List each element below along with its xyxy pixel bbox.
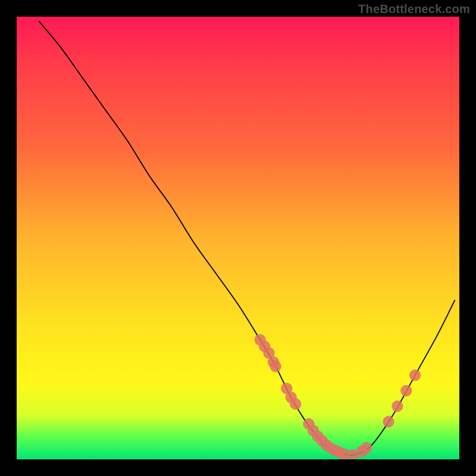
data-point [270,361,281,372]
data-point [400,385,412,396]
watermark-text: TheBottleneck.com [358,2,470,16]
bottleneck-curve [39,21,455,455]
data-point [290,398,301,409]
curve-markers [255,334,421,459]
data-point [383,416,394,427]
chart-svg [17,17,459,459]
data-point [392,400,403,412]
chart-frame: TheBottleneck.com [0,0,476,476]
data-point [361,442,372,453]
data-point [409,369,421,381]
chart-plot-area [17,17,459,459]
